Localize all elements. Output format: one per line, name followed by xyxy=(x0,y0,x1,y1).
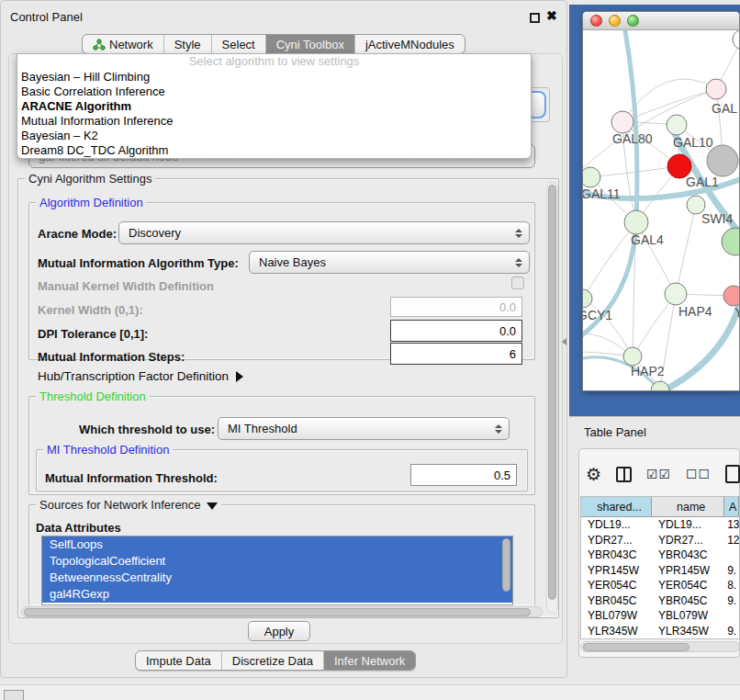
node-label: HAP4 xyxy=(678,304,712,319)
dpi-tolerance-field[interactable]: 0.0 xyxy=(390,320,522,342)
node-gal80[interactable] xyxy=(611,111,633,133)
tab-cyni-toolbox[interactable]: Cyni Toolbox xyxy=(265,35,354,53)
column-header-partial[interactable]: A xyxy=(724,497,739,516)
dpi-tolerance-label: DPI Tolerance [0,1]: xyxy=(38,327,148,341)
kernel-width-field[interactable]: 0.0 xyxy=(390,297,522,317)
aracne-mode-combo[interactable]: Discovery xyxy=(118,221,530,244)
mi-threshold-field[interactable]: 0.5 xyxy=(410,464,517,486)
apply-button[interactable]: Apply xyxy=(248,621,310,641)
close-panel-icon[interactable]: ✖ xyxy=(546,8,557,23)
table-row[interactable]: YBR043C YBR043C xyxy=(581,548,739,563)
mi-steps-field[interactable]: 6 xyxy=(390,343,522,365)
manual-kernel-width-checkbox[interactable] xyxy=(511,277,524,289)
node-gal11[interactable] xyxy=(583,167,600,187)
algorithm-option-highlighted[interactable]: ARACNE Algorithm xyxy=(17,99,531,114)
settings-vertical-scrollbar[interactable] xyxy=(546,182,558,614)
table-row[interactable]: YDL19... YDL19... 13 xyxy=(581,517,739,533)
network-canvas[interactable]: GAL GAL80 GAL10 GAL1 GAL11 SWI4 GAL4 GCY… xyxy=(583,30,740,391)
network-window-titlebar[interactable] xyxy=(583,12,739,30)
tab-impute-data[interactable]: Impute Data xyxy=(136,651,221,670)
sources-group-title[interactable]: Sources for Network Inference xyxy=(36,498,221,512)
algorithm-option[interactable]: Basic Correlation Inference xyxy=(17,85,531,99)
tab-discretize-data[interactable]: Discretize Data xyxy=(221,651,323,670)
gear-icon[interactable]: ⚙ xyxy=(586,464,601,485)
app-screen: Control Panel ✖ Network Style Select xyxy=(0,0,740,700)
node-label: GAL4 xyxy=(631,232,664,247)
deselect-all-checks-icon[interactable]: ☐☐ xyxy=(686,467,711,481)
attribute-item[interactable]: TopologicalCoefficient xyxy=(42,553,512,570)
node[interactable] xyxy=(733,30,740,50)
attribute-list-scrollbar[interactable] xyxy=(502,538,510,592)
tab-style[interactable]: Style xyxy=(163,35,211,53)
minimize-window-icon[interactable] xyxy=(609,15,621,27)
data-attributes-label: Data Attributes xyxy=(36,521,121,535)
node[interactable] xyxy=(706,79,726,99)
node-label: GAL80 xyxy=(612,131,653,146)
attribute-item[interactable]: SelfLoops xyxy=(42,536,512,553)
attribute-item[interactable]: BetweennessCentrality xyxy=(42,570,512,586)
node-gcy1[interactable] xyxy=(583,289,592,308)
collapsed-arrow-icon xyxy=(236,371,243,382)
attribute-item[interactable]: gal4RGexp xyxy=(42,586,512,603)
which-threshold-combo[interactable]: MI Threshold xyxy=(218,417,510,440)
scrollbar-thumb[interactable] xyxy=(548,185,556,600)
hub-definition-toggle[interactable]: Hub/Transcription Factor Definition xyxy=(38,369,243,383)
table-row[interactable]: YBR045C YBR045C 9. xyxy=(581,593,739,609)
column-header-shared-name[interactable]: shared... xyxy=(581,497,652,516)
algorithm-option[interactable]: Bayesian – K2 xyxy=(17,129,531,143)
node-gal10[interactable] xyxy=(667,115,687,135)
float-panel-icon[interactable] xyxy=(530,13,540,23)
scrollbar-thumb[interactable] xyxy=(24,608,531,616)
tab-network[interactable]: Network xyxy=(83,35,163,53)
node-hap2[interactable] xyxy=(623,347,642,366)
which-threshold-label: Which threshold to use: xyxy=(79,423,215,436)
table-panel-title: Table Panel xyxy=(584,425,646,439)
mi-threshold-group-title: MI Threshold Definition xyxy=(43,443,173,457)
table-row[interactable]: YDR27... YDR27... 12 xyxy=(581,533,739,548)
tab-infer-network[interactable]: Infer Network xyxy=(323,651,415,670)
table-row[interactable]: YBL079W YBL079W xyxy=(581,608,739,624)
control-panel: Control Panel ✖ Network Style Select xyxy=(0,0,567,678)
combo-arrows-icon xyxy=(495,424,502,434)
columns-icon[interactable] xyxy=(616,467,632,482)
combo-arrows-icon xyxy=(515,229,522,238)
minimized-panel-button[interactable] xyxy=(4,690,24,700)
table-row[interactable]: YIL052C YIL052C 9. xyxy=(581,638,739,639)
tab-jactivemnodules[interactable]: jActiveMNodules xyxy=(354,35,465,53)
table-toolbar: ⚙ ☑☑ ☐☐ xyxy=(586,457,740,491)
select-all-checks-icon[interactable]: ☑☑ xyxy=(646,467,671,481)
settings-horizontal-scrollbar[interactable] xyxy=(21,606,543,617)
tab-select[interactable]: Select xyxy=(211,35,265,53)
table-row[interactable]: YLR345W YLR345W 9. xyxy=(581,624,739,639)
algorithm-dropdown-popup: Select algorithm to view settings Bayesi… xyxy=(17,53,532,159)
control-panel-title: Control Panel xyxy=(10,10,83,24)
node[interactable] xyxy=(722,228,740,255)
node-hap4[interactable] xyxy=(665,283,687,305)
node-label: HAP2 xyxy=(631,364,665,378)
table-horizontal-scrollbar[interactable] xyxy=(580,641,740,652)
scrollbar-thumb[interactable] xyxy=(583,643,690,651)
control-panel-tabs: Network Style Select Cyni Toolbox jActiv… xyxy=(82,34,465,54)
mi-algorithm-type-label: Mutual Information Algorithm Type: xyxy=(38,256,239,270)
table-row[interactable]: YER054C YER054C 8. xyxy=(581,578,739,593)
mi-algorithm-type-combo[interactable]: Naive Bayes xyxy=(249,251,530,274)
table-row[interactable]: YPR145W YPR145W 9. xyxy=(581,563,739,579)
cyni-bottom-tabs: Impute Data Discretize Data Infer Networ… xyxy=(135,650,416,671)
node[interactable] xyxy=(723,286,740,306)
algorithm-option[interactable]: Mutual Information Inference xyxy=(17,114,531,129)
network-graph: GAL GAL80 GAL10 GAL1 GAL11 SWI4 GAL4 GCY… xyxy=(583,30,740,391)
zoom-window-icon[interactable] xyxy=(627,15,639,27)
node[interactable] xyxy=(707,145,738,176)
close-window-icon[interactable] xyxy=(590,15,602,27)
node-gal4[interactable] xyxy=(624,210,648,234)
data-attributes-list[interactable]: SelfLoops TopologicalCoefficient Between… xyxy=(41,536,513,605)
node-label: Y xyxy=(734,305,740,320)
column-header-name[interactable]: name xyxy=(652,497,724,516)
node-label: GAL11 xyxy=(583,186,621,201)
node-table: shared... name A YDL19... YDL19... 13 YD… xyxy=(580,496,740,639)
document-icon[interactable] xyxy=(725,465,740,483)
splitter-collapse-icon[interactable] xyxy=(562,338,566,345)
status-strip xyxy=(0,684,740,700)
algorithm-option[interactable]: Dream8 DC_TDC Algorithm xyxy=(17,143,531,158)
algorithm-option[interactable]: Bayesian – Hill Climbing xyxy=(17,70,531,85)
